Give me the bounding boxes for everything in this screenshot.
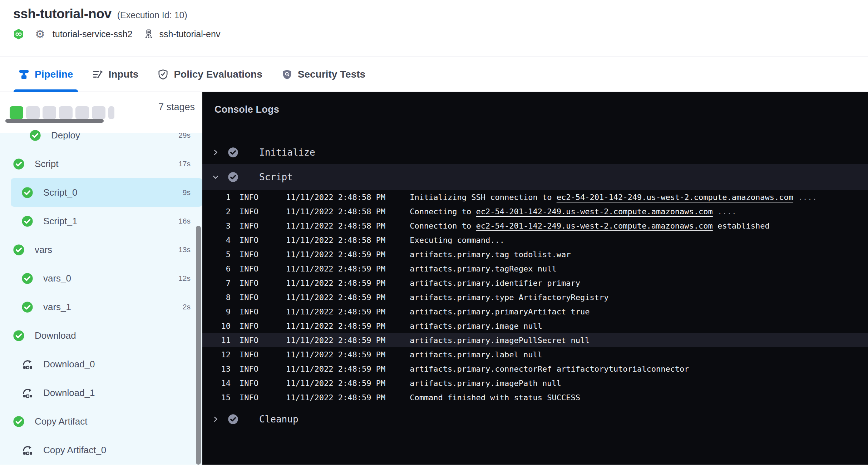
stage-row-deploy[interactable]: Deploy 29s [0, 121, 202, 150]
log-timestamp: 11/11/2022 2:48:59 PM [286, 379, 385, 388]
log-message: Command finished with status SUCCESS [410, 393, 580, 402]
log-timestamp: 11/11/2022 2:48:59 PM [286, 364, 385, 373]
log-line-14: 14 INFO 11/11/2022 2:48:59 PM artifacts.… [202, 376, 868, 390]
log-message-text: Connecting to [410, 207, 476, 216]
console-log-body: Initialize Script 1 INFO 11/11/2022 2:48… [202, 128, 868, 465]
log-level: INFO [240, 379, 258, 388]
pipeline-icon [19, 69, 29, 80]
stage-duration: 29s [178, 131, 191, 140]
page-header: ssh-tutorial-nov (Execution Id: 10) ⚙ tu… [0, 0, 868, 57]
log-host-link[interactable]: ec2-54-201-142-249.us-west-2.compute.ama… [557, 193, 793, 202]
log-section-cleanup[interactable]: Cleanup [202, 411, 868, 427]
log-level: INFO [240, 250, 258, 259]
log-message-suffix: .... [713, 207, 736, 216]
stage-label: Copy Artifact [35, 416, 87, 427]
log-line-1: 1 INFO 11/11/2022 2:48:58 PM Initializin… [202, 190, 868, 204]
line-number: 6 [202, 264, 231, 273]
tab-inputs-label: Inputs [108, 69, 138, 80]
section-success-check-icon [228, 414, 238, 425]
log-line-7: 7 INFO 11/11/2022 2:48:59 PM artifacts.p… [202, 276, 868, 290]
log-host-link[interactable]: ec2-54-201-142-249.us-west-2.compute.ama… [476, 207, 713, 216]
gear-icon: ⚙ [35, 29, 45, 40]
tab-policy-evaluations[interactable]: Policy Evaluations [153, 57, 267, 92]
log-line-4: 4 INFO 11/11/2022 2:48:58 PM Executing c… [202, 233, 868, 247]
stage-duration: 17s [178, 160, 191, 168]
stage-row-script-1[interactable]: Script_1 16s [0, 207, 202, 235]
chevron-down-icon[interactable] [212, 173, 220, 181]
progress-segment [43, 106, 56, 119]
stage-label: Download_0 [43, 359, 95, 370]
log-level: INFO [240, 336, 258, 345]
stage-duration: 2s [183, 303, 191, 311]
line-number: 9 [202, 307, 231, 316]
log-level: INFO [240, 293, 258, 302]
stage-label: Script_0 [43, 187, 77, 198]
section-title: Initialize [259, 147, 315, 158]
log-level: INFO [240, 236, 258, 245]
stage-row-vars-0[interactable]: vars_0 12s [0, 264, 202, 293]
success-check-icon [13, 244, 25, 256]
tab-inputs[interactable]: Inputs [87, 57, 143, 92]
log-timestamp: 11/11/2022 2:48:59 PM [286, 336, 385, 345]
log-section-initialize[interactable]: Initialize [202, 144, 868, 161]
chevron-right-icon[interactable] [212, 415, 220, 423]
execution-id-label: (Execution Id: 10) [117, 10, 187, 20]
stage-label: vars_1 [43, 302, 71, 313]
stages-count: 7 stages [158, 102, 195, 113]
progress-segment [108, 106, 114, 119]
log-level: INFO [240, 307, 258, 316]
log-line-2: 2 INFO 11/11/2022 2:48:58 PM Connecting … [202, 204, 868, 219]
service-name: tutorial-service-ssh2 [53, 29, 133, 39]
stage-row-copy-artifact[interactable]: Copy Artifact [0, 407, 202, 436]
tab-pipeline[interactable]: Pipeline [14, 57, 78, 92]
loop-hosts-icon [21, 444, 33, 456]
stage-row-download[interactable]: Download [0, 321, 202, 350]
progress-segment [92, 106, 105, 119]
environment-icon [144, 29, 153, 39]
line-number: 4 [202, 236, 231, 245]
log-level: INFO [240, 193, 258, 202]
log-line-9: 9 INFO 11/11/2022 2:48:59 PM artifacts.p… [202, 304, 868, 319]
tab-security-tests[interactable]: Security Tests [277, 57, 370, 92]
log-line-11-highlighted: 11 INFO 11/11/2022 2:48:59 PM artifacts.… [202, 333, 868, 347]
log-host-link[interactable]: ec2-54-201-142-249.us-west-2.compute.ama… [476, 221, 713, 230]
progress-segment [59, 106, 73, 119]
security-shield-icon [282, 69, 292, 80]
stage-row-script[interactable]: Script 17s [0, 150, 202, 178]
stage-row-download-0[interactable]: Download_0 [0, 350, 202, 378]
log-section-script[interactable]: Script [202, 164, 868, 190]
log-timestamp: 11/11/2022 2:48:58 PM [286, 193, 385, 202]
success-check-icon [13, 416, 25, 427]
success-check-icon [21, 187, 33, 199]
log-timestamp: 11/11/2022 2:48:58 PM [286, 236, 385, 245]
main-content: 7 stages Deploy 29s Script 17s Script_0 … [0, 92, 868, 465]
log-line-3: 3 INFO 11/11/2022 2:48:58 PM Connection … [202, 219, 868, 233]
log-message-text: Initializing SSH connection to [410, 193, 557, 202]
line-number: 3 [202, 221, 231, 230]
stage-row-script-0-selected[interactable]: Script_0 9s [11, 178, 202, 207]
log-message: artifacts.primary.label null [410, 350, 542, 359]
stage-duration: 12s [178, 274, 191, 283]
stage-progress-bar [10, 106, 114, 119]
line-number: 11 [202, 336, 231, 345]
log-level: INFO [240, 322, 258, 331]
stage-row-vars[interactable]: vars 13s [0, 235, 202, 264]
progress-segment-complete [10, 106, 23, 119]
log-message: artifacts.primary.identifier primary [410, 279, 580, 288]
tab-security-tests-label: Security Tests [298, 69, 365, 80]
stage-row-download-1[interactable]: Download_1 [0, 378, 202, 407]
stage-row-copy-artifact-0[interactable]: Copy Artifact_0 [0, 436, 202, 464]
log-timestamp: 11/11/2022 2:48:58 PM [286, 207, 385, 216]
chevron-right-icon[interactable] [212, 148, 220, 156]
stage-label: vars_0 [43, 273, 71, 284]
vertical-scrollbar-thumb[interactable] [196, 226, 201, 465]
stage-row-vars-1[interactable]: vars_1 2s [0, 293, 202, 321]
stage-duration: 9s [183, 188, 191, 197]
stage-label: Copy Artifact_0 [43, 445, 106, 456]
log-message: artifacts.primary.primaryArtifact true [410, 307, 590, 316]
stage-label: Deploy [51, 130, 80, 141]
log-timestamp: 11/11/2022 2:48:59 PM [286, 322, 385, 331]
line-number: 8 [202, 293, 231, 302]
log-message: artifacts.primary.imagePullSecret null [410, 336, 590, 345]
log-level: INFO [240, 207, 258, 216]
